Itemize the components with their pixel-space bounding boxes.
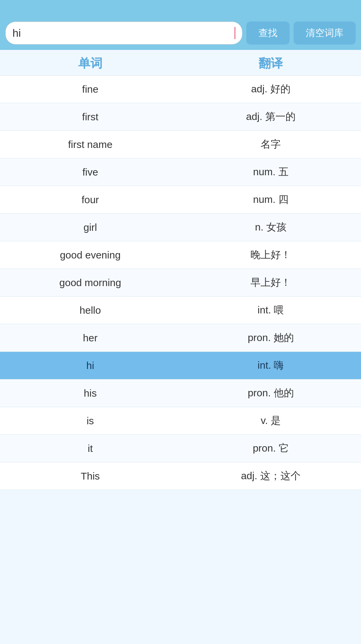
translation-cell: int. 喂 xyxy=(181,298,361,323)
word-cell: hello xyxy=(0,299,181,321)
table-row[interactable]: isv. 是 xyxy=(0,407,361,435)
table-row[interactable]: herpron. 她的 xyxy=(0,324,361,352)
translation-cell: num. 四 xyxy=(181,187,361,212)
word-cell: his xyxy=(0,382,181,404)
table-row[interactable]: fivenum. 五 xyxy=(0,158,361,186)
word-cell: it xyxy=(0,437,181,460)
word-cell: first name xyxy=(0,133,181,156)
table-row[interactable]: fineadj. 好的 xyxy=(0,75,361,103)
translation-cell: v. 是 xyxy=(181,408,361,433)
word-cell: her xyxy=(0,327,181,349)
word-cell: first xyxy=(0,106,181,128)
word-cell: hi xyxy=(0,355,181,377)
table-row[interactable]: helloint. 喂 xyxy=(0,297,361,324)
table-row[interactable]: fournum. 四 xyxy=(0,186,361,214)
word-cell: fine xyxy=(0,78,181,100)
table-row[interactable]: good morning早上好！ xyxy=(0,269,361,297)
translation-cell: adj. 好的 xyxy=(181,77,361,101)
search-button[interactable]: 查找 xyxy=(246,22,290,44)
word-cell: good evening xyxy=(0,244,181,266)
cursor-blink xyxy=(235,27,235,39)
word-cell: five xyxy=(0,161,181,183)
table-row[interactable]: hispron. 他的 xyxy=(0,379,361,407)
clear-button[interactable]: 清空词库 xyxy=(294,22,356,44)
translation-cell: 早上好！ xyxy=(181,270,361,295)
translation-cell: int. 嗨 xyxy=(181,353,361,378)
translation-cell: adj. 这；这个 xyxy=(181,464,361,488)
translation-cell: 晚上好！ xyxy=(181,243,361,267)
word-cell: This xyxy=(0,465,181,487)
translation-cell: pron. 她的 xyxy=(181,326,361,350)
translation-cell: n. 女孩 xyxy=(181,215,361,240)
col-word-header: 单词 xyxy=(0,55,181,72)
table-header: 单词 翻译 xyxy=(0,50,361,75)
table-row[interactable]: girln. 女孩 xyxy=(0,214,361,241)
table-row[interactable]: itpron. 它 xyxy=(0,435,361,462)
table-row[interactable]: hiint. 嗨 xyxy=(0,352,361,379)
translation-cell: num. 五 xyxy=(181,160,361,184)
table-row[interactable]: Thisadj. 这；这个 xyxy=(0,462,361,490)
translation-cell: 名字 xyxy=(181,132,361,157)
status-bar xyxy=(0,0,361,17)
col-trans-header: 翻译 xyxy=(181,55,361,72)
search-input-wrapper[interactable] xyxy=(5,22,242,44)
translation-cell: pron. 它 xyxy=(181,436,361,461)
table-row[interactable]: firstadj. 第一的 xyxy=(0,103,361,131)
search-bar: 查找 清空词库 xyxy=(0,17,361,50)
translation-cell: pron. 他的 xyxy=(181,381,361,405)
word-cell: girl xyxy=(0,216,181,239)
table-body: fineadj. 好的firstadj. 第一的first name名字five… xyxy=(0,75,361,490)
table-row[interactable]: first name名字 xyxy=(0,131,361,158)
translation-cell: adj. 第一的 xyxy=(181,104,361,129)
word-cell: good morning xyxy=(0,272,181,294)
search-input[interactable] xyxy=(12,27,234,39)
word-cell: is xyxy=(0,410,181,432)
word-cell: four xyxy=(0,189,181,211)
table-row[interactable]: good evening晚上好！ xyxy=(0,241,361,269)
